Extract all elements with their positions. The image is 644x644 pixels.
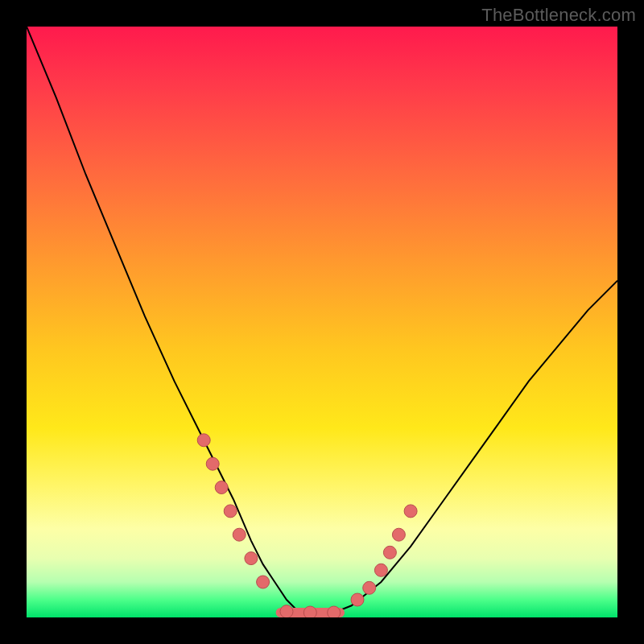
gradient-background	[27, 27, 617, 617]
watermark-text: TheBottleneck.com	[481, 5, 636, 26]
frame: TheBottleneck.com	[0, 0, 644, 644]
